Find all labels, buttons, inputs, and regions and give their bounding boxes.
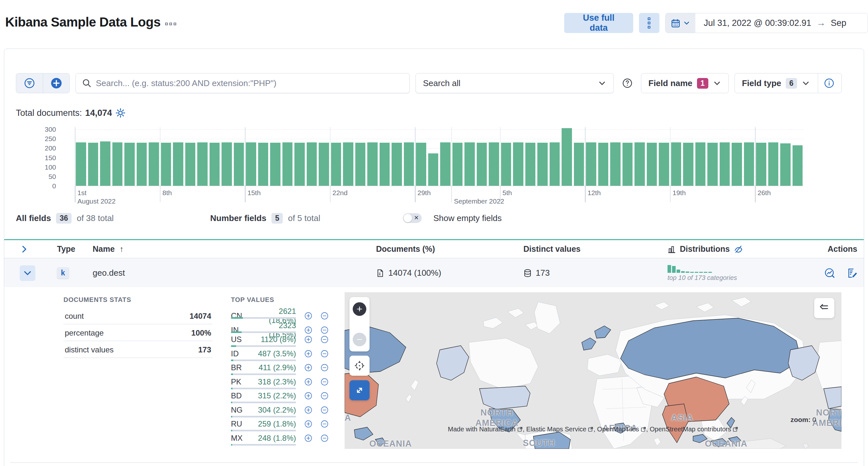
info-icon[interactable]	[824, 78, 834, 88]
filter-for-value-icon	[305, 420, 312, 428]
top-value-row: ID487 (3.5%)	[231, 349, 331, 363]
column-header-name[interactable]: Name ↑	[92, 244, 376, 254]
x-tick-label: 12th	[585, 189, 601, 197]
filter-out-button[interactable]	[321, 326, 329, 334]
histogram-bar	[501, 143, 512, 186]
filter-for-button[interactable]	[305, 406, 312, 414]
filter-out-button[interactable]	[321, 364, 329, 371]
filter-for-button[interactable]	[305, 350, 312, 358]
top-value-row: PK318 (2.3%)	[231, 377, 331, 392]
y-tick-label: 200	[45, 144, 56, 152]
filter-for-button[interactable]	[305, 434, 312, 442]
attribution-link[interactable]: Elastic Maps Service	[526, 426, 594, 433]
column-header-distributions[interactable]: Distributions	[668, 244, 807, 254]
explore-in-lens-icon[interactable]	[824, 268, 835, 279]
toolbar: Search all Field name 1 Field type 6	[16, 73, 852, 93]
histogram-bar	[525, 143, 536, 186]
histogram-bar	[380, 143, 390, 186]
histogram-bar	[586, 142, 596, 186]
show-empty-fields-toggle[interactable]: ✕	[403, 213, 422, 223]
filter-for-button[interactable]	[305, 326, 312, 334]
histogram-bar	[537, 143, 548, 186]
attribution-link[interactable]: OpenStreetMap contributors	[650, 426, 738, 433]
filter-for-button[interactable]	[305, 336, 312, 343]
crosshair-icon	[354, 360, 365, 371]
filter-for-button[interactable]	[305, 312, 312, 320]
x-tick-label: 26th	[755, 189, 771, 197]
external-link-icon	[588, 427, 593, 432]
filter-out-button[interactable]	[321, 378, 329, 386]
title-options-icon[interactable]	[165, 23, 176, 25]
field-name-filter[interactable]: Field name 1	[641, 73, 729, 93]
edit-field-icon[interactable]	[846, 268, 857, 279]
filter-out-button[interactable]	[321, 350, 329, 358]
top-values-section: TOP VALUES CN2621 (18.6%)IN2323 (16.5%)U…	[231, 296, 331, 447]
map-zoom-in-button[interactable]: +	[353, 302, 366, 316]
histogram-bar	[671, 142, 681, 186]
filter-out-button[interactable]	[321, 406, 329, 414]
top-value-progress-bar	[231, 416, 296, 418]
filter-out-button[interactable]	[321, 420, 329, 428]
stat-row: percentage100%	[63, 325, 213, 341]
top-value-progress-bar	[231, 430, 296, 431]
hide-distributions-icon[interactable]	[734, 244, 743, 254]
filter-button-group	[16, 73, 70, 93]
date-end[interactable]: Sep	[831, 18, 846, 28]
map-fit-to-data-button[interactable]	[349, 356, 370, 376]
expand-all-chevron-icon[interactable]	[20, 245, 29, 254]
field-type-count-badge: 6	[786, 78, 797, 89]
histogram-bar	[270, 143, 280, 186]
filter-button[interactable]	[16, 73, 43, 93]
documents-stats-title: DOCUMENTS STATS	[63, 296, 213, 304]
attribution-link[interactable]: OpenMapTiles	[597, 426, 646, 433]
filter-for-button[interactable]	[305, 378, 312, 386]
help-button[interactable]	[620, 73, 635, 93]
map-expand-button[interactable]	[349, 380, 370, 400]
histogram-bar	[489, 142, 499, 186]
search-all-select[interactable]: Search all	[415, 73, 614, 93]
total-documents-value: 14,074	[85, 108, 112, 118]
top-value-progress-bar	[231, 388, 296, 389]
histogram-bar	[404, 142, 414, 186]
x-tick-label: September 2022	[452, 189, 504, 205]
column-header-documents[interactable]: Documents (%)	[376, 244, 523, 254]
field-type-filter[interactable]: Field type 6	[735, 73, 842, 93]
filter-out-button[interactable]	[321, 336, 329, 343]
top-value-count: 318 (2.3%)	[250, 377, 296, 387]
kebab-menu-button[interactable]	[639, 13, 659, 33]
histogram-bar	[246, 142, 256, 186]
x-axis: 1stAugust 20228th15th22nd29th September …	[75, 189, 804, 208]
filter-out-button[interactable]	[321, 434, 329, 442]
filter-for-button[interactable]	[305, 420, 312, 428]
attribution-link[interactable]: Made with NaturalEarth	[448, 426, 523, 433]
date-range-picker[interactable]: Jul 31, 2022 @ 00:39:02.91 → Sep	[665, 13, 868, 33]
histogram-bar	[562, 128, 572, 186]
filter-for-button[interactable]	[305, 364, 312, 371]
column-header-distinct-values[interactable]: Distinct values	[523, 244, 668, 254]
top-value-code: IN	[231, 326, 250, 335]
search-input[interactable]	[96, 78, 403, 88]
calendar-dropdown-button[interactable]	[665, 13, 695, 33]
field-row-geo-dest[interactable]: k geo.dest 14074 (100%) 173 top 10 of 17…	[4, 258, 864, 288]
date-start[interactable]: Jul 31, 2022 @ 00:39:02.91	[704, 18, 811, 28]
top-value-progress-bar	[231, 317, 296, 319]
stat-label: count	[65, 312, 84, 321]
filter-for-button[interactable]	[305, 392, 312, 400]
filter-out-button[interactable]	[321, 392, 329, 400]
map-legend-collapse-button[interactable]	[814, 298, 834, 318]
top-value-count: 487 (3.5%)	[250, 349, 296, 358]
add-filter-button[interactable]	[43, 73, 69, 93]
column-header-type[interactable]: Type	[30, 244, 92, 254]
external-link-icon	[641, 427, 646, 432]
page-title: Kibana Sample Data Logs	[5, 15, 161, 29]
map-zoom-out-button[interactable]: −	[353, 333, 366, 346]
y-tick-label: 100	[45, 163, 56, 171]
geo-map[interactable]: NORTHAMERICAASIAASIAAFRICASOUTHOCEANIAOC…	[345, 292, 841, 449]
filter-out-button[interactable]	[321, 312, 329, 320]
histogram-plot[interactable]	[75, 127, 804, 186]
histogram-bar	[744, 142, 754, 186]
date-arrow-icon: →	[816, 18, 826, 28]
use-full-data-button[interactable]: Use full data	[564, 13, 633, 33]
filter-funnel-icon	[24, 78, 35, 89]
gear-icon[interactable]	[115, 108, 126, 118]
